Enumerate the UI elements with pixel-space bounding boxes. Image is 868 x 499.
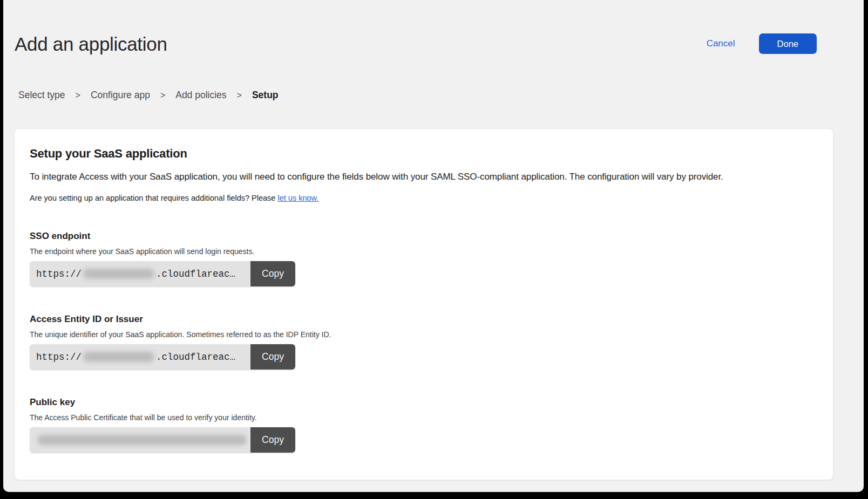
redacted-value-blur	[37, 435, 247, 445]
breadcrumb-separator: >	[76, 91, 80, 100]
header-actions: Cancel Done	[707, 33, 817, 54]
breadcrumb-separator: >	[160, 91, 165, 100]
breadcrumb-step-add-policies[interactable]: Add policies	[175, 90, 226, 101]
value-suffix: .cloudflareac…	[156, 352, 235, 363]
redacted-value-blur	[83, 352, 154, 362]
entity-id-field: https://.cloudflareac… Copy	[30, 344, 295, 370]
cancel-button[interactable]: Cancel	[707, 38, 735, 49]
sso-endpoint-description: The endpoint where your SaaS application…	[30, 247, 818, 256]
breadcrumb-separator: >	[237, 91, 242, 100]
breadcrumb-step-select-type[interactable]: Select type	[18, 90, 65, 101]
value-prefix: https://	[36, 352, 82, 363]
entity-id-section: Access Entity ID or Issuer The unique id…	[30, 314, 818, 370]
entity-id-copy-button[interactable]: Copy	[250, 344, 295, 370]
let-us-know-link[interactable]: let us know.	[277, 194, 318, 202]
entity-id-description: The unique identifier of your SaaS appli…	[30, 330, 818, 339]
setup-card: Setup your SaaS application To integrate…	[14, 128, 833, 480]
sso-endpoint-label: SSO endpoint	[30, 231, 818, 242]
entity-id-value: https://.cloudflareac…	[30, 344, 250, 370]
public-key-copy-button[interactable]: Copy	[250, 427, 295, 453]
card-intro-text: To integrate Access with your SaaS appli…	[30, 172, 818, 182]
public-key-description: The Access Public Certificate that will …	[30, 413, 818, 422]
page-title: Add an application	[15, 33, 167, 55]
public-key-value	[30, 427, 250, 453]
done-button[interactable]: Done	[759, 33, 817, 54]
sso-endpoint-value: https://.cloudflareac…	[30, 261, 250, 286]
redacted-value-blur	[83, 269, 154, 279]
public-key-section: Public key The Access Public Certificate…	[30, 397, 818, 453]
breadcrumb-step-setup: Setup	[252, 90, 279, 101]
breadcrumb-step-configure-app[interactable]: Configure app	[91, 90, 150, 101]
sso-endpoint-copy-button[interactable]: Copy	[250, 261, 295, 286]
card-note: Are you setting up an application that r…	[30, 194, 818, 202]
value-prefix: https://	[36, 269, 82, 279]
public-key-field: Copy	[30, 427, 295, 453]
public-key-label: Public key	[30, 397, 818, 408]
note-text: Are you setting up an application that r…	[30, 194, 275, 202]
card-heading: Setup your SaaS application	[30, 147, 818, 161]
dashboard-window: Add an application Cancel Done Select ty…	[3, 0, 864, 492]
breadcrumb: Select type > Configure app > Add polici…	[18, 90, 279, 101]
entity-id-label: Access Entity ID or Issuer	[30, 314, 818, 325]
sso-endpoint-field: https://.cloudflareac… Copy	[30, 261, 295, 286]
sso-endpoint-section: SSO endpoint The endpoint where your Saa…	[30, 231, 818, 286]
value-suffix: .cloudflareac…	[156, 269, 235, 279]
